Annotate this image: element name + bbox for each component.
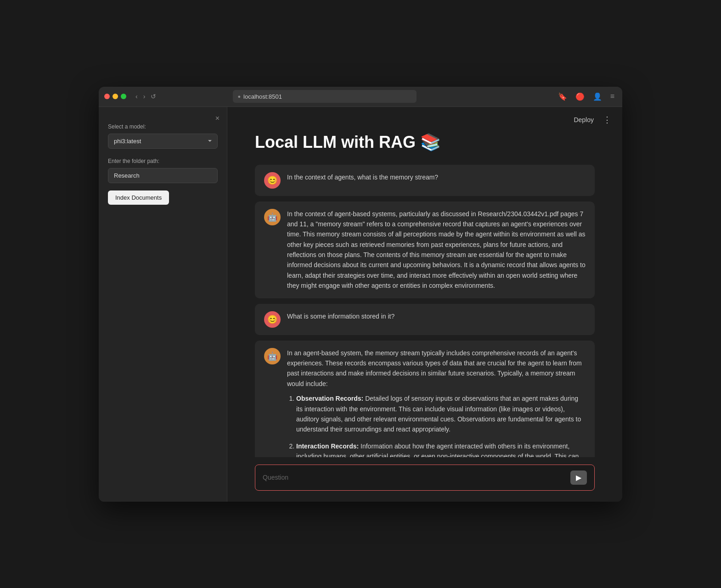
- input-bar: ▶: [227, 457, 622, 502]
- traffic-lights: [104, 94, 126, 99]
- message-list: Observation Records: Detailed logs of se…: [287, 393, 586, 457]
- message-intro: In an agent-based system, the memory str…: [287, 349, 582, 387]
- message-text: What is some information stored in it?: [287, 311, 586, 321]
- chat-area[interactable]: Local LLM with RAG 📚 😊 In the context of…: [227, 133, 622, 457]
- deploy-button[interactable]: Deploy: [570, 114, 597, 125]
- browser-nav: ‹ › ↺: [134, 92, 158, 101]
- folder-label: Enter the folder path:: [108, 158, 218, 164]
- close-window-button[interactable]: [104, 94, 110, 99]
- more-options-button[interactable]: ⋮: [603, 115, 611, 125]
- message-block: 😊 In the context of agents, what is the …: [255, 165, 595, 196]
- model-label: Select a model:: [108, 123, 218, 130]
- address-bar[interactable]: ● localhost:8501: [233, 90, 417, 103]
- message-text: In an agent-based system, the memory str…: [287, 348, 586, 457]
- extensions-button[interactable]: 🔴: [573, 91, 587, 102]
- sidebar-close-button[interactable]: ×: [215, 114, 220, 123]
- question-input[interactable]: [263, 474, 566, 481]
- send-button[interactable]: ▶: [570, 470, 587, 485]
- list-item-label: Interaction Records:: [296, 442, 359, 450]
- ai-avatar: 🤖: [264, 209, 281, 225]
- user-avatar: 😊: [264, 172, 281, 189]
- bookmark-button[interactable]: 🔖: [556, 91, 569, 102]
- back-button[interactable]: ‹: [134, 92, 140, 101]
- browser-actions: 🔖 🔴 👤 ≡: [556, 91, 617, 102]
- page-title: Local LLM with RAG 📚: [255, 133, 595, 152]
- folder-path-input[interactable]: [108, 168, 218, 183]
- url-text: localhost:8501: [243, 93, 282, 100]
- message-block: 😊 What is some information stored in it?: [255, 304, 595, 335]
- list-item-label: Observation Records:: [296, 395, 363, 402]
- main-header: Deploy ⋮: [227, 107, 622, 133]
- message-block: 🤖 In the context of agent-based systems,…: [255, 202, 595, 298]
- message-text: In the context of agents, what is the me…: [287, 172, 586, 182]
- browser-window: ‹ › ↺ ● localhost:8501 🔖 🔴 👤 ≡ × Select …: [99, 87, 622, 502]
- index-documents-button[interactable]: Index Documents: [108, 190, 169, 205]
- message-block: 🤖 In an agent-based system, the memory s…: [255, 341, 595, 457]
- user-avatar: 😊: [264, 311, 281, 328]
- browser-titlebar: ‹ › ↺ ● localhost:8501 🔖 🔴 👤 ≡: [99, 87, 622, 107]
- reload-button[interactable]: ↺: [149, 92, 158, 101]
- main-content: Deploy ⋮ Local LLM with RAG 📚 😊 In the c…: [227, 107, 622, 502]
- question-input-container: ▶: [255, 465, 595, 491]
- app-container: × Select a model: phi3:latest llama2 mis…: [99, 107, 622, 502]
- minimize-window-button[interactable]: [113, 94, 118, 99]
- profile-button[interactable]: 👤: [591, 91, 604, 102]
- lock-icon: ●: [237, 94, 241, 99]
- model-select[interactable]: phi3:latest llama2 mistral codellama: [108, 134, 218, 149]
- message-text: In the context of agent-based systems, p…: [287, 209, 586, 291]
- maximize-window-button[interactable]: [121, 94, 126, 99]
- menu-button[interactable]: ≡: [608, 91, 617, 101]
- sidebar: × Select a model: phi3:latest llama2 mis…: [99, 107, 227, 502]
- list-item: Interaction Records: Information about h…: [296, 441, 586, 457]
- ai-avatar: 🤖: [264, 348, 281, 364]
- list-item: Observation Records: Detailed logs of se…: [296, 393, 586, 435]
- forward-button[interactable]: ›: [141, 92, 147, 101]
